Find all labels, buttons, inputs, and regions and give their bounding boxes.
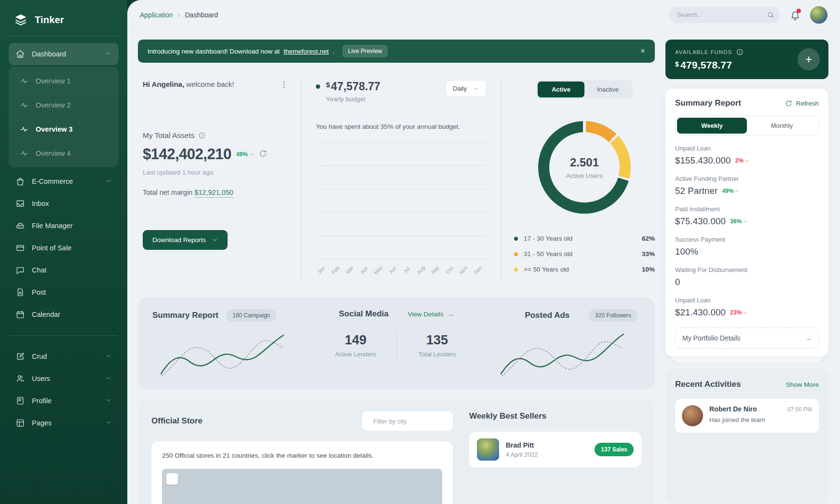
sidebar-item-calendar[interactable]: Calendar [9, 303, 119, 326]
live-preview-button[interactable]: Live Preview [342, 45, 388, 57]
x-axis-label: Sep [430, 264, 444, 279]
sidebar-item-overview-1[interactable]: Overview 1 [9, 69, 119, 93]
chevron-down-icon [105, 177, 112, 186]
topbar: Application › Dashboard [127, 0, 840, 30]
refresh-icon [785, 100, 792, 107]
store-map[interactable] [162, 469, 442, 504]
sidebar-item-label: Point of Sale [32, 244, 112, 252]
sidebar-item-overview-2[interactable]: Overview 2 [9, 93, 119, 117]
brand-name: Tinker [35, 14, 64, 26]
activity-time: 07:00 PM [787, 406, 812, 413]
sidebar-item-chat[interactable]: Chat [9, 259, 119, 281]
seller-avatar [477, 438, 499, 461]
net-margin-value[interactable]: $12,921,050 [194, 189, 233, 198]
tab-weekly[interactable]: Weekly [677, 118, 747, 134]
sidebar-item-pages[interactable]: Pages [9, 412, 119, 434]
activity-card[interactable]: Robert De Niro 07:00 PM Has joined the t… [675, 399, 819, 433]
add-funds-button[interactable]: + [798, 48, 820, 70]
sidebar-item-ecommerce[interactable]: E-Commerce [9, 170, 119, 192]
sidebar-item-post[interactable]: Post [9, 281, 119, 303]
kebab-menu-icon[interactable] [280, 80, 288, 91]
sidebar-item-label: Post [32, 288, 112, 296]
sidebar-item-label: Pages [32, 419, 98, 427]
store-sellers-band: Official Store 250 Official stores in 21… [138, 400, 655, 504]
info-icon[interactable] [198, 132, 206, 139]
yearly-budget-value: $47,578.77 [326, 80, 380, 93]
refresh-icon[interactable] [259, 150, 267, 160]
total-lenders-stat: 135 Total Lenders [397, 333, 478, 358]
budget-note: You have spent about 35% of your annual … [316, 123, 487, 130]
sidebar-item-label: Inbox [32, 200, 112, 207]
pulse-icon [19, 149, 29, 158]
sidebar-item-users[interactable]: Users [9, 368, 119, 390]
summary-report-panel: Summary Report Refresh Weekly Monthly Un… [665, 89, 828, 356]
breadcrumb-current: Dashboard [185, 11, 218, 19]
period-select[interactable]: Daily [446, 80, 487, 97]
sidebar-item-label: Overview 4 [36, 150, 112, 157]
sidebar-item-inbox[interactable]: Inbox [9, 192, 119, 215]
active-lenders-stat: 149 Active Lenders [315, 333, 396, 358]
posted-ads-title: Posted Ads [525, 311, 569, 320]
campaign-badge: 180 Campaign [226, 309, 276, 322]
chevron-down-icon [212, 237, 218, 243]
sidebar-item-point-of-sale[interactable]: Point of Sale [9, 237, 119, 259]
budget-bar-chart [316, 143, 487, 259]
search-bar[interactable] [669, 7, 780, 23]
search-input[interactable] [677, 11, 767, 18]
sidebar-item-file-manager[interactable]: File Manager [9, 215, 119, 237]
portfolio-details-button[interactable]: My Portfolio Details → [675, 327, 819, 349]
map-zoom-control[interactable] [166, 473, 178, 485]
store-description: 250 Official stores in 21 countries, cli… [162, 452, 442, 459]
close-icon[interactable]: × [640, 46, 645, 56]
seller-date: 4 April 2022 [506, 451, 538, 458]
download-reports-button[interactable]: Download Reports [143, 230, 228, 250]
stat-paid-installment: Paid Installment $75.430.000 36% [675, 205, 819, 227]
sidebar-item-overview-4[interactable]: Overview 4 [9, 141, 119, 165]
toggle-active[interactable]: Active [538, 82, 584, 97]
chevron-up-icon [743, 219, 748, 224]
notifications-button[interactable] [790, 10, 800, 20]
brand[interactable]: Tinker [9, 9, 119, 36]
sidebar-item-label: E-Commerce [32, 177, 98, 185]
info-icon[interactable] [736, 48, 744, 56]
total-assets-block: My Total Assets $142,402,210 49% Last up… [143, 131, 288, 196]
app-root: Tinker Dashboard Overview 1 Overview 2 O… [0, 0, 840, 504]
x-axis-label: May [372, 264, 387, 279]
legend-item: 31 - 50 Years old 33% [514, 250, 655, 258]
funds-amount: $479,578.77 [675, 59, 744, 71]
sidebar-item-crud[interactable]: Crud [9, 345, 119, 368]
pulse-icon [19, 100, 29, 110]
banner-link[interactable]: themeforest.net [284, 48, 329, 55]
legend-dot-icon [514, 268, 518, 272]
sidebar-item-profile[interactable]: Profile [9, 390, 119, 412]
credit-card-icon [15, 243, 25, 253]
tab-monthly[interactable]: Monthly [747, 118, 817, 134]
user-avatar[interactable] [810, 6, 827, 24]
breadcrumb-application[interactable]: Application [140, 11, 173, 19]
chevron-down-icon [105, 375, 112, 383]
posted-ads-sparkline-chart [492, 327, 627, 378]
social-media-title: Social Media [339, 309, 389, 319]
sidebar-item-label: Calendar [32, 311, 112, 318]
welcome-message: Hi Angelina, welcome back! [143, 80, 234, 88]
best-sellers-section: Weekly Best Sellers Brad Pitt 4 April 20… [469, 411, 641, 504]
city-filter[interactable] [362, 411, 453, 431]
active-users-column: Active Inactive 2.501 Active Users [501, 78, 655, 281]
summary-report-panel-wrap: Summary Report Refresh Weekly Monthly Un… [665, 89, 828, 356]
chevron-down-icon [745, 158, 750, 163]
seller-card[interactable]: Brad Pitt 4 April 2022 137 Sales [469, 432, 641, 467]
city-filter-input[interactable] [373, 418, 458, 425]
view-details-link[interactable]: View Details→ [408, 311, 454, 318]
funds-label: AVAILABLE FUNDS [675, 49, 732, 55]
refresh-button[interactable]: Refresh [785, 100, 819, 107]
stat-waiting-disbursement: Waiting For Disbursement 0 [675, 266, 819, 287]
toggle-inactive[interactable]: Inactive [584, 82, 631, 97]
show-more-link[interactable]: Show More [786, 381, 819, 388]
home-icon [15, 49, 25, 59]
assets-updated: Last updated 1 hour ago [143, 169, 288, 176]
chevron-down-icon [743, 310, 748, 315]
sidebar-item-dashboard[interactable]: Dashboard [9, 43, 119, 65]
sidebar-item-overview-3[interactable]: Overview 3 [9, 117, 119, 141]
active-users-label: Active Users [566, 172, 603, 179]
legend-item: >= 50 Years old 10% [514, 266, 655, 273]
